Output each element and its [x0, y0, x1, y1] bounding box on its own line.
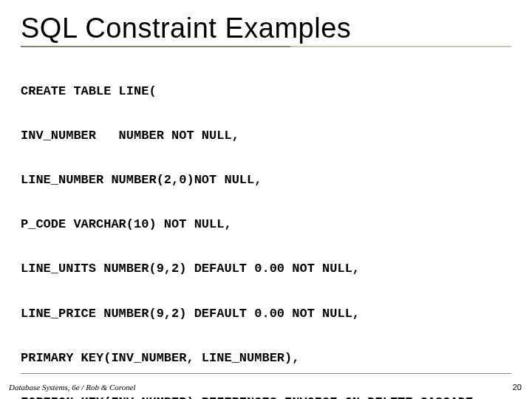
slide: SQL Constraint Examples CREATE TABLE LIN… — [0, 0, 532, 399]
title-underline — [21, 46, 511, 47]
code-line: PRIMARY KEY(INV_NUMBER, LINE_NUMBER), — [21, 351, 511, 366]
code-line: LINE_UNITS NUMBER(9,2) DEFAULT 0.00 NOT … — [21, 262, 511, 276]
code-line: P_CODE VARCHAR(10) NOT NULL, — [21, 217, 511, 232]
sql-code-block: CREATE TABLE LINE( INV_NUMBER NUMBER NOT… — [21, 55, 511, 399]
footer-text: Database Systems, 6e / Rob & Coronel — [9, 383, 136, 392]
footer-rule — [21, 373, 511, 374]
code-line: LINE_NUMBER NUMBER(2,0)NOT NULL, — [21, 173, 511, 188]
code-line: LINE_PRICE NUMBER(9,2) DEFAULT 0.00 NOT … — [21, 307, 511, 321]
code-line: CREATE TABLE LINE( — [21, 84, 511, 99]
page-number: 20 — [513, 383, 522, 392]
code-line: INV_NUMBER NUMBER NOT NULL, — [21, 129, 511, 143]
code-line: FOREIGN KEY(INV_NUMBER) REFERENCES INVOI… — [21, 395, 511, 399]
slide-title: SQL Constraint Examples — [21, 13, 511, 44]
